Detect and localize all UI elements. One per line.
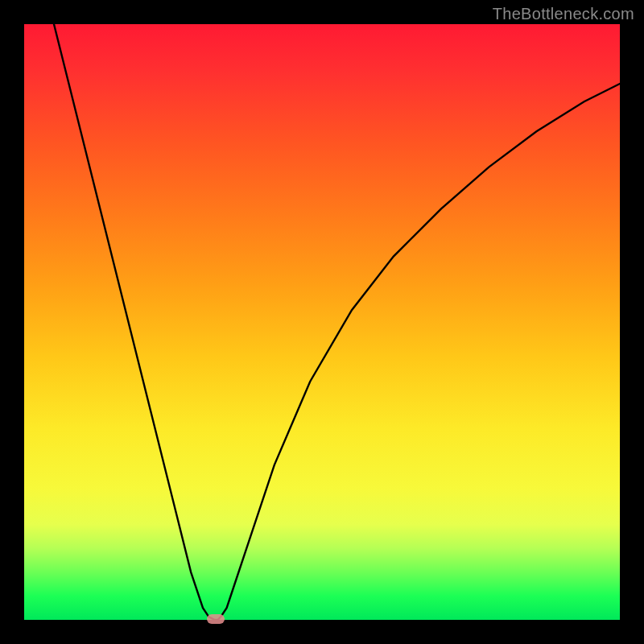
chart-plot-area: [24, 24, 620, 620]
bottleneck-curve: [24, 24, 620, 620]
optimal-point-marker: [207, 614, 225, 624]
watermark-text: TheBottleneck.com: [493, 5, 634, 23]
